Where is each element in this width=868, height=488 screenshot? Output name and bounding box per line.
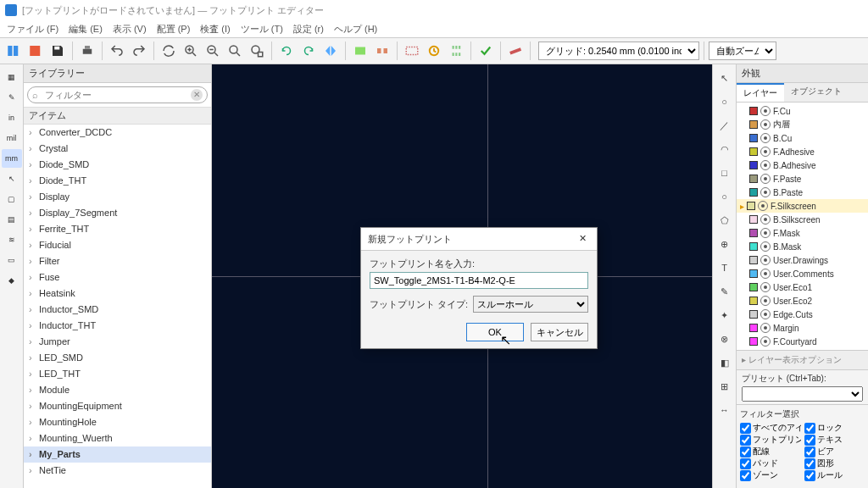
new-footprint-dialog: 新規フットプリント ✕ フットプリント名を入力: フットプリント タイプ: スル…	[360, 227, 598, 349]
cancel-button[interactable]: キャンセル	[531, 323, 588, 341]
dialog-title: 新規フットプリント	[368, 233, 452, 246]
fp-name-input[interactable]	[370, 272, 588, 289]
ok-button[interactable]: OK	[466, 323, 524, 341]
fp-type-label: フットプリント タイプ:	[370, 298, 468, 311]
close-icon[interactable]: ✕	[575, 231, 590, 247]
dialog-overlay: 新規フットプリント ✕ フットプリント名を入力: フットプリント タイプ: スル…	[0, 0, 868, 488]
fp-type-select[interactable]: スルーホール	[473, 296, 588, 313]
fp-name-label: フットプリント名を入力:	[370, 258, 588, 270]
